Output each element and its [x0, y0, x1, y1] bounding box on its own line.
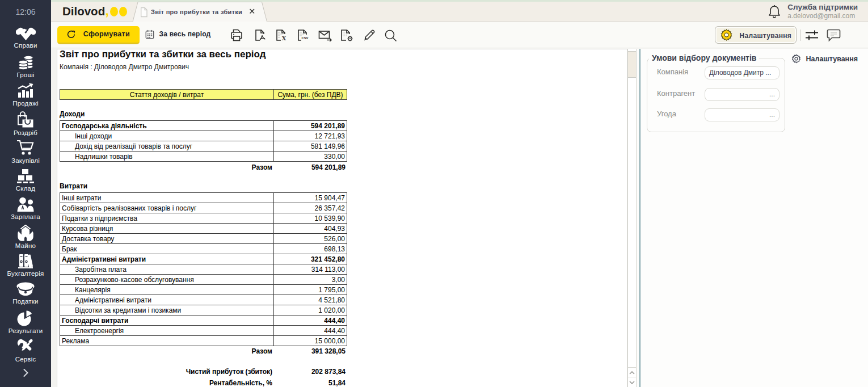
- svg-text:X: X: [282, 35, 286, 41]
- svg-text:CSV: CSV: [302, 36, 309, 40]
